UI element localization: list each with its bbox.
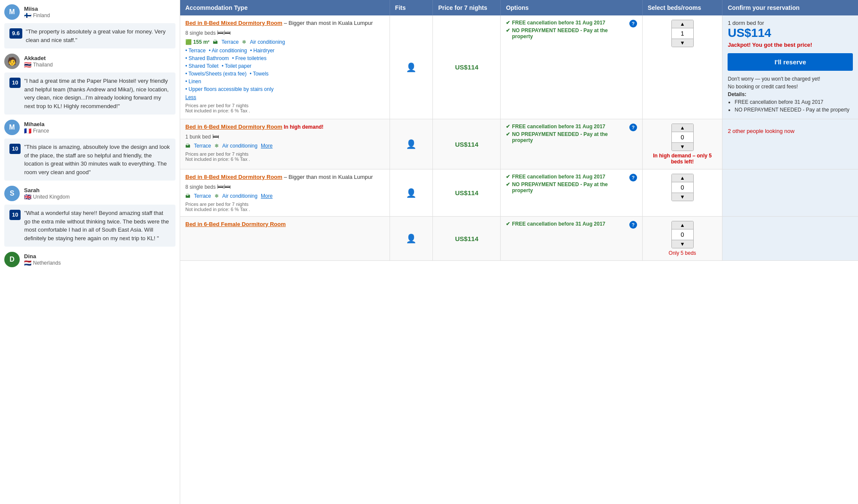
confirm-cell-empty: 2 other people looking now [722,119,858,169]
price-value: US$114 [455,141,478,148]
booking-table: Accommodation Type Fits Price for 7 nigh… [180,0,858,261]
room-title-link[interactable]: Bed in 6-Bed Female Dormitory Room [185,221,286,227]
qty-down-button[interactable]: ▼ [672,240,693,248]
confirm-cell: 1 dorm bed for US$114 Jackpot! You got t… [722,15,858,119]
score-badge: 9.6 [9,28,22,39]
reviewer-name: Dina [24,253,61,260]
terrace-icon: 🏔 [185,143,190,149]
reviewer-header: D Dina 🇳🇱 Netherlands [4,252,175,267]
reviewer-header: S Sarah 🇬🇧 United Kingdom [4,186,175,201]
qty-up-button[interactable]: ▲ [672,20,693,28]
room-type-cell: Bed in 8-Bed Mixed Dormitory Room – Bigg… [180,15,390,119]
detail-item: NO PREPAYMENT NEEDED - Pay at the proper… [734,107,853,113]
price-value: US$114 [455,63,478,71]
option-item: ✔ NO PREPAYMENT NEEDED - Pay at the prop… [506,181,626,193]
detail-item: FREE cancellation before 31 Aug 2017 [734,99,853,105]
option-item: ✔ NO PREPAYMENT NEEDED - Pay at the prop… [506,27,626,39]
table-row: Bed in 8-Bed Mixed Dormitory Room – Bigg… [180,169,858,217]
confirm-best: Jackpot! You got the best price! [728,42,853,48]
price-note: Prices are per bed for 7 nightsNot inclu… [185,202,384,212]
person-icon: 👤 [395,188,428,198]
reviewer-header: M Miisa 🇫🇮 Finland [4,4,175,20]
reviewer-country: 🇳🇱 Netherlands [24,260,61,266]
room-title-link[interactable]: Bed in 6-Bed Mixed Dormitory Room [185,124,282,130]
high-demand-label: In high demand! [282,124,323,130]
score-badge: 10 [9,210,21,220]
amenity-icons: 🏔 Terrace ❄ Air conditioning More [185,193,384,199]
avatar: S [4,186,20,201]
option-item: ✔ FREE cancellation before 31 Aug 2017 [506,174,626,180]
ac-label: Air conditioning [222,143,257,149]
qty-down-button[interactable]: ▼ [672,143,693,151]
table-row: Bed in 8-Bed Mixed Dormitory Room – Bigg… [180,15,858,119]
help-icon[interactable]: ? [629,174,637,181]
qty-up-button[interactable]: ▲ [672,124,693,132]
confirm-details: Details: FREE cancellation before 31 Aug… [728,91,853,113]
quantity-spinner[interactable]: ▲ ▼ [671,124,694,151]
room-type-cell: Bed in 6-Bed Female Dormitory Room [180,217,390,261]
room-title-link[interactable]: Bed in 8-Bed Mixed Dormitory Room [185,20,282,26]
qty-up-button[interactable]: ▲ [672,221,693,229]
reviewer-country: 🇹🇭 Thailand [24,61,53,68]
room-bed-desc: 8 single beds 🛏🛏 [185,29,384,36]
flag-icon: 🇫🇮 [24,12,31,19]
table-row: Bed in 6-Bed Female Dormitory Room 👤 US$… [180,217,858,261]
room-title-link[interactable]: Bed in 8-Bed Mixed Dormitory Room [185,174,282,180]
header-options: Options [501,0,642,15]
ac-icon: ❄ [214,143,219,149]
options-content: ✔ FREE cancellation before 31 Aug 2017 [506,221,626,229]
flag-icon: 🇳🇱 [24,260,31,266]
ac-icon: ❄ [242,39,246,45]
avatar: D [4,252,20,267]
ac-label: Air conditioning [222,193,257,199]
terrace-label: Terrace [194,143,211,149]
reviewer-country: 🇫🇷 France [24,127,49,134]
fits-cell: 👤 [390,217,433,261]
less-link[interactable]: Less [185,94,196,100]
select-cell: ▲ ▼ [642,169,722,217]
reviewer-header: M Mihaela 🇫🇷 France [4,120,175,135]
room-features-2: Shared Bathroom Free toiletries [185,55,384,61]
review-text: "The property is absolutely a great valu… [26,27,170,44]
demand-warning: In high demand – only 5 beds left! [648,153,717,165]
room-features-6: Upper floors accessible by stairs only [185,86,384,92]
reviewer-name: Sarah [24,187,69,193]
qty-input[interactable] [672,229,693,240]
qty-input[interactable] [672,182,693,193]
room-bed-desc: 1 bunk bed 🛏 [185,133,384,140]
fits-cell: 👤 [390,15,433,119]
only-left-label: Only 5 beds [648,250,717,256]
confirm-price: US$114 [728,26,853,40]
options-content: ✔ FREE cancellation before 31 Aug 2017 ✔… [506,20,626,41]
more-link[interactable]: More [261,193,272,199]
quantity-spinner[interactable]: ▲ ▼ [671,221,694,248]
reviewer-name: Akkadet [24,55,53,61]
select-cell: ▲ ▼ In high demand – only 5 beds left! [642,119,722,169]
person-icon: 👤 [395,62,428,72]
qty-down-button[interactable]: ▼ [672,39,693,47]
amenity-icons: 🏔 Terrace ❄ Air conditioning More [185,143,384,149]
qty-down-button[interactable]: ▼ [672,193,693,201]
confirm-main: 1 dorm bed for US$114 Jackpot! You got t… [728,20,853,113]
terrace-label: Terrace [194,193,211,199]
room-features: Terrace Air conditioning Hairdryer [185,48,384,54]
qty-up-button[interactable]: ▲ [672,174,693,182]
price-note: Prices are per bed for 7 nightsNot inclu… [185,151,384,162]
review-block: 10 "What a wonderful stay here!! Beyond … [4,205,175,247]
option-item: ✔ FREE cancellation before 31 Aug 2017 [506,221,626,227]
help-icon[interactable]: ? [629,124,637,131]
more-link[interactable]: More [261,143,272,149]
quantity-spinner[interactable]: ▲ ▼ [671,20,694,47]
header-price: Price for 7 nights [433,0,501,15]
quantity-spinner[interactable]: ▲ ▼ [671,174,694,201]
help-icon[interactable]: ? [629,20,637,27]
table-row: Bed in 6-Bed Mixed Dormitory Room In hig… [180,119,858,169]
header-confirm: Confirm your reservation [722,0,858,15]
qty-input[interactable] [672,28,693,39]
ac-label: Air conditioning [250,39,285,45]
qty-input[interactable] [672,132,693,143]
reserve-button[interactable]: I'll reserve [728,53,853,71]
help-icon[interactable]: ? [629,221,637,229]
score-badge: 10 [9,144,21,154]
reviewer-country: 🇫🇮 Finland [24,12,50,19]
